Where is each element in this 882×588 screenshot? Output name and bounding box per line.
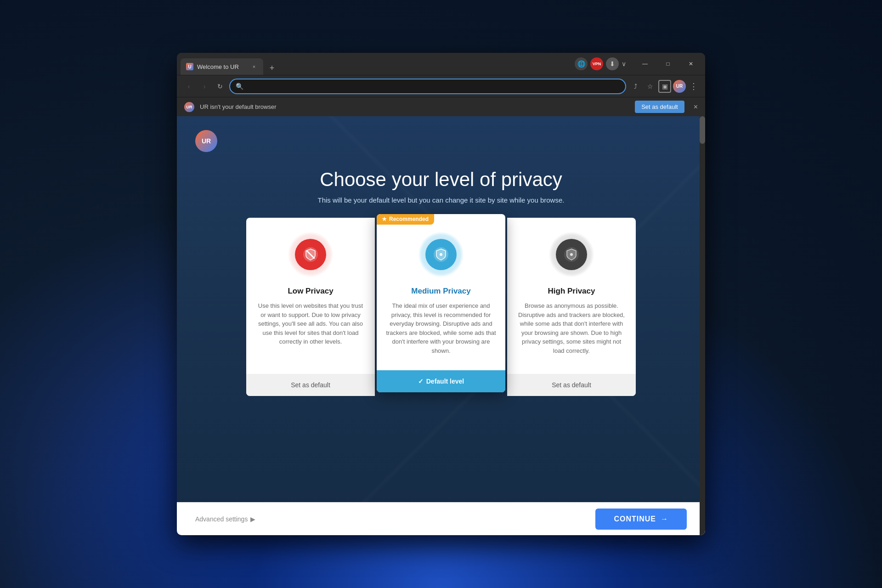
- high-privacy-footer[interactable]: Set as default: [507, 374, 636, 396]
- advanced-settings-label: Advanced settings: [195, 515, 248, 523]
- checkmark-icon: ✓: [418, 378, 424, 385]
- page-inner: UR Choose your level of privacy This wil…: [177, 116, 705, 502]
- nav-right-icons: ⤴ ☆ ▣ UR ⋮: [629, 80, 700, 93]
- high-privacy-card-body: High Privacy Browse as anonymous as poss…: [507, 218, 636, 374]
- search-icon: 🔍: [236, 83, 243, 90]
- low-privacy-desc: Use this level on websites that you trus…: [255, 301, 366, 346]
- svg-point-3: [440, 253, 442, 256]
- menu-button[interactable]: ⋮: [688, 81, 700, 91]
- refresh-button[interactable]: ↻: [214, 80, 226, 93]
- medium-privacy-icon: [425, 239, 457, 270]
- badge-label: Recommended: [389, 216, 429, 222]
- page-title: Choose your level of privacy: [195, 169, 687, 191]
- footer-bar: Advanced settings ▶ CONTINUE →: [177, 502, 705, 535]
- page-content: UR Choose your level of privacy This wil…: [177, 116, 705, 535]
- globe-icon[interactable]: 🌐: [575, 57, 588, 70]
- sidebar-toggle-button[interactable]: ▣: [658, 80, 671, 93]
- minimize-button[interactable]: —: [634, 57, 656, 71]
- page-subtitle: This will be your default level but you …: [195, 196, 687, 204]
- medium-privacy-icon-wrapper: [418, 232, 464, 277]
- badge-star-icon: ★: [382, 216, 387, 222]
- nav-bar: ‹ › ↻ 🔍 ⤴ ☆ ▣ UR ⋮: [177, 75, 705, 97]
- low-privacy-icon: [295, 239, 326, 270]
- medium-privacy-card-body: Medium Privacy The ideal mix of user exp…: [377, 214, 505, 370]
- continue-label: CONTINUE: [614, 515, 656, 523]
- high-privacy-icon: [556, 239, 587, 270]
- tabs-area: U Welcome to UR × +: [181, 53, 575, 75]
- scrollbar-thumb[interactable]: [700, 116, 705, 144]
- high-privacy-name: High Privacy: [548, 287, 595, 296]
- chevron-down-icon[interactable]: ∨: [622, 60, 631, 68]
- banner-close-button[interactable]: ×: [694, 103, 698, 111]
- set-as-default-button[interactable]: Set as default: [635, 101, 684, 113]
- low-privacy-name: Low Privacy: [288, 287, 333, 296]
- medium-privacy-footer-label: ✓ Default level: [418, 378, 464, 385]
- address-input[interactable]: [247, 83, 620, 90]
- back-button[interactable]: ‹: [182, 80, 195, 93]
- advanced-settings-link[interactable]: Advanced settings ▶: [195, 515, 255, 523]
- vpn-icon[interactable]: VPN: [590, 57, 603, 70]
- low-privacy-footer-label: Set as default: [291, 381, 330, 389]
- banner-logo: UR: [184, 102, 194, 112]
- low-privacy-footer[interactable]: Set as default: [246, 374, 375, 396]
- medium-privacy-card[interactable]: ★ Recommended: [377, 214, 505, 392]
- download-icon[interactable]: ⬇: [606, 57, 619, 70]
- profile-button[interactable]: UR: [673, 80, 686, 93]
- tab-title: Welcome to UR: [197, 63, 247, 70]
- toolbar-icons: 🌐 VPN ⬇ ∨: [575, 57, 631, 70]
- default-browser-banner: UR UR isn't your default browser Set as …: [177, 97, 705, 116]
- browser-window: U Welcome to UR × + 🌐 VPN ⬇ ∨ — □ ✕: [177, 53, 705, 535]
- window-controls: — □ ✕: [634, 57, 701, 71]
- low-privacy-card-body: Low Privacy Use this level on websites t…: [246, 218, 375, 374]
- low-privacy-card[interactable]: Low Privacy Use this level on websites t…: [246, 218, 375, 396]
- maximize-button[interactable]: □: [657, 57, 678, 71]
- privacy-cards-container: Low Privacy Use this level on websites t…: [195, 218, 687, 396]
- low-privacy-icon-wrapper: [288, 232, 334, 277]
- desktop: U Welcome to UR × + 🌐 VPN ⬇ ∨ — □ ✕: [0, 0, 882, 588]
- recommended-badge: ★ Recommended: [377, 214, 434, 225]
- high-privacy-icon-wrapper: [548, 232, 594, 277]
- banner-text: UR isn't your default browser: [200, 103, 629, 110]
- high-privacy-card[interactable]: High Privacy Browse as anonymous as poss…: [507, 218, 636, 396]
- address-bar[interactable]: 🔍: [229, 79, 626, 94]
- scrollbar[interactable]: [700, 116, 705, 535]
- svg-point-5: [570, 253, 573, 256]
- new-tab-button[interactable]: +: [265, 61, 279, 75]
- title-bar: U Welcome to UR × + 🌐 VPN ⬇ ∨ — □ ✕: [177, 53, 705, 75]
- medium-privacy-desc: The ideal mix of user experience and pri…: [386, 301, 496, 355]
- close-button[interactable]: ✕: [680, 57, 701, 71]
- tab-favicon: U: [186, 63, 193, 70]
- continue-button[interactable]: CONTINUE →: [595, 509, 687, 530]
- continue-arrow-icon: →: [661, 515, 668, 523]
- medium-privacy-footer[interactable]: ✓ Default level: [377, 370, 505, 392]
- high-privacy-desc: Browse as anonymous as possible. Disrupt…: [516, 301, 627, 355]
- browser-tab[interactable]: U Welcome to UR ×: [181, 58, 263, 75]
- share-icon[interactable]: ⤴: [629, 80, 642, 93]
- advanced-settings-arrow-icon: ▶: [250, 515, 255, 523]
- bookmark-icon[interactable]: ☆: [644, 80, 656, 93]
- high-privacy-footer-label: Set as default: [552, 381, 591, 389]
- medium-privacy-name: Medium Privacy: [411, 287, 470, 296]
- tab-close-button[interactable]: ×: [250, 63, 258, 70]
- forward-button[interactable]: ›: [198, 80, 211, 93]
- ur-logo: UR: [195, 130, 217, 152]
